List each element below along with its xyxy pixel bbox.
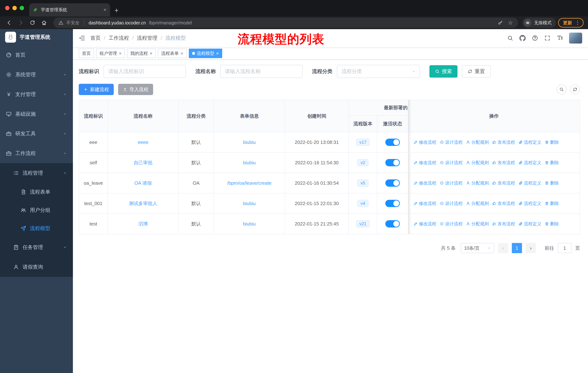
font-size-icon[interactable] bbox=[557, 35, 563, 41]
delete-link[interactable]: 删除 bbox=[545, 180, 559, 186]
close-icon[interactable]: × bbox=[119, 51, 122, 56]
browser-tab[interactable]: 芋道管理系统 × bbox=[29, 3, 110, 16]
back-button[interactable] bbox=[4, 18, 14, 28]
close-icon[interactable]: × bbox=[150, 51, 152, 56]
publish-process-link[interactable]: 发布流程 bbox=[492, 201, 515, 206]
delete-link[interactable]: 删除 bbox=[545, 221, 559, 227]
next-page-button[interactable]: › bbox=[526, 243, 536, 253]
breadcrumb-workflow[interactable]: 工作流程 bbox=[109, 35, 129, 41]
form-info-link[interactable]: biubiu bbox=[243, 201, 256, 206]
close-icon[interactable]: × bbox=[180, 51, 183, 56]
page-size-select[interactable]: 10条/页 bbox=[461, 243, 494, 253]
assign-rule-link[interactable]: 分配规则 bbox=[466, 160, 489, 166]
publish-process-link[interactable]: 发布流程 bbox=[492, 139, 515, 145]
form-info-link[interactable]: biubiu bbox=[243, 221, 256, 227]
assign-rule-link[interactable]: 分配规则 bbox=[466, 180, 489, 186]
sidebar-item-devtools[interactable]: 研发工具 bbox=[0, 124, 73, 143]
process-key-input[interactable] bbox=[104, 65, 186, 78]
process-definition-link[interactable]: 流程定义 bbox=[518, 160, 541, 166]
active-status-toggle[interactable] bbox=[385, 200, 400, 207]
sidebar-item-leave-query[interactable]: 请假查询 bbox=[0, 257, 73, 277]
tag-home[interactable]: 首页 bbox=[79, 49, 94, 58]
search-icon[interactable] bbox=[507, 35, 513, 41]
design-process-link[interactable]: 设计流程 bbox=[440, 160, 462, 166]
design-process-link[interactable]: 设计流程 bbox=[440, 201, 462, 206]
form-info-link[interactable]: /bpm/oa/leave/create bbox=[227, 180, 272, 186]
design-process-link[interactable]: 设计流程 bbox=[440, 221, 462, 227]
active-status-toggle[interactable] bbox=[385, 139, 400, 146]
form-info-link[interactable]: biubiu bbox=[243, 160, 256, 166]
publish-process-link[interactable]: 发布流程 bbox=[492, 180, 515, 186]
process-category-select[interactable]: 流程分类 bbox=[337, 65, 420, 78]
design-process-link[interactable]: 设计流程 bbox=[440, 180, 462, 186]
edit-process-link[interactable]: 修改流程 bbox=[413, 139, 436, 145]
goto-page-input[interactable] bbox=[558, 243, 572, 253]
import-process-button[interactable]: 导入流程 bbox=[118, 84, 153, 95]
address-bar[interactable]: 不安全 dashboard.yudao.iocoder.cn /bpm/mana… bbox=[53, 18, 518, 28]
process-definition-link[interactable]: 流程定义 bbox=[518, 139, 541, 145]
minimize-window-button[interactable] bbox=[12, 6, 17, 10]
fullscreen-icon[interactable] bbox=[544, 35, 550, 41]
reload-button[interactable] bbox=[28, 18, 37, 28]
delete-link[interactable]: 删除 bbox=[545, 160, 559, 166]
process-definition-link[interactable]: 流程定义 bbox=[518, 201, 541, 206]
help-icon[interactable] bbox=[532, 35, 538, 41]
active-status-toggle[interactable] bbox=[385, 159, 400, 166]
sidebar-item-task-mgmt[interactable]: 任务管理 bbox=[0, 238, 73, 257]
create-process-button[interactable]: 新建流程 bbox=[79, 84, 114, 95]
password-key-icon[interactable] bbox=[498, 20, 503, 25]
home-button[interactable] bbox=[39, 18, 49, 28]
sidebar-collapse-icon[interactable] bbox=[79, 35, 85, 41]
search-button[interactable]: 搜索 bbox=[430, 65, 458, 78]
page-number-button[interactable]: 1 bbox=[512, 243, 522, 253]
breadcrumb-home[interactable]: 首页 bbox=[90, 35, 101, 41]
bookmark-star-icon[interactable]: ☆ bbox=[508, 20, 513, 26]
tag-my-process[interactable]: 我的流程× bbox=[127, 49, 156, 58]
sidebar-item-system[interactable]: 系统管理 bbox=[0, 65, 73, 84]
sidebar-item-infra[interactable]: 基础设施 bbox=[0, 104, 73, 124]
breadcrumb-process-mgmt[interactable]: 流程管理 bbox=[137, 35, 158, 41]
form-info-link[interactable]: biubiu bbox=[243, 140, 256, 145]
active-status-toggle[interactable] bbox=[385, 220, 400, 227]
incognito-profile-chip[interactable]: 无痕模式 bbox=[522, 18, 556, 28]
tag-process-model[interactable]: 流程模型× bbox=[189, 49, 222, 58]
process-definition-link[interactable]: 流程定义 bbox=[518, 180, 541, 186]
process-name-link[interactable]: OA 请假 bbox=[134, 180, 152, 186]
browser-menu-icon[interactable]: ⋮ bbox=[575, 20, 580, 25]
reset-button[interactable]: 重置 bbox=[462, 65, 491, 78]
process-definition-link[interactable]: 流程定义 bbox=[518, 221, 541, 227]
refresh-table-button[interactable] bbox=[570, 84, 580, 94]
delete-link[interactable]: 删除 bbox=[545, 139, 559, 145]
process-name-link[interactable]: 测试多审批人 bbox=[129, 200, 157, 207]
security-label[interactable]: 不安全 bbox=[66, 20, 79, 26]
sidebar-item-payment[interactable]: ¥ 支付管理 bbox=[0, 84, 73, 104]
prev-page-button[interactable]: ‹ bbox=[498, 243, 508, 253]
edit-process-link[interactable]: 修改流程 bbox=[413, 180, 436, 186]
sidebar-item-workflow[interactable]: 工作流程 bbox=[0, 143, 73, 163]
user-avatar[interactable] bbox=[569, 33, 582, 43]
process-name-link[interactable]: 自己审批 bbox=[134, 160, 153, 166]
active-status-toggle[interactable] bbox=[385, 179, 400, 187]
browser-update-button[interactable]: 更新 ⋮ bbox=[558, 18, 584, 28]
process-name-link[interactable]: eeee bbox=[138, 140, 148, 145]
tag-tenant-mgmt[interactable]: 租户管理× bbox=[96, 49, 125, 58]
maximize-window-button[interactable] bbox=[20, 6, 24, 10]
design-process-link[interactable]: 设计流程 bbox=[440, 139, 462, 145]
sidebar-item-process-mgmt[interactable]: 流程管理 bbox=[0, 163, 73, 183]
process-name-link[interactable]: 滔博 bbox=[138, 221, 148, 227]
delete-link[interactable]: 删除 bbox=[545, 201, 559, 206]
assign-rule-link[interactable]: 分配规则 bbox=[466, 201, 489, 206]
publish-process-link[interactable]: 发布流程 bbox=[492, 160, 515, 166]
forward-button[interactable] bbox=[16, 18, 26, 28]
edit-process-link[interactable]: 修改流程 bbox=[413, 160, 436, 166]
edit-process-link[interactable]: 修改流程 bbox=[413, 221, 436, 227]
assign-rule-link[interactable]: 分配规则 bbox=[466, 139, 489, 145]
sidebar-item-user-group[interactable]: 用户分组 bbox=[0, 201, 73, 219]
close-tab-icon[interactable]: × bbox=[104, 7, 106, 12]
publish-process-link[interactable]: 发布流程 bbox=[492, 221, 515, 227]
process-name-input[interactable] bbox=[220, 65, 303, 78]
new-tab-button[interactable]: + bbox=[115, 7, 118, 14]
github-icon[interactable] bbox=[519, 35, 526, 41]
close-window-button[interactable] bbox=[5, 6, 10, 10]
sidebar-item-process-model[interactable]: 流程模型 bbox=[0, 219, 73, 238]
